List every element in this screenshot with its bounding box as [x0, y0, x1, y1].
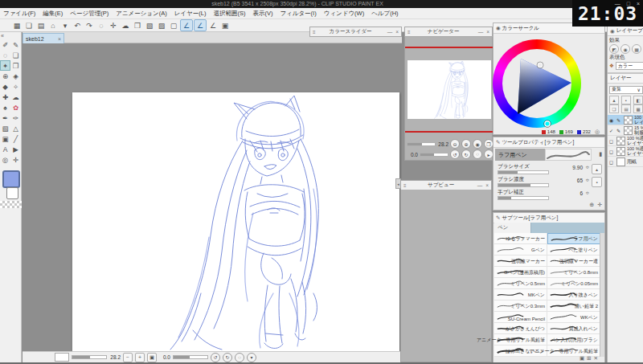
brush-size-dynamics-button[interactable]: ▴ — [592, 164, 602, 174]
new-subtool-icon[interactable]: ▣ — [580, 355, 584, 362]
minimize-panel-icon[interactable]: — — [478, 29, 484, 35]
checkmark-icon[interactable]: ✓ — [609, 128, 615, 133]
layer-row[interactable]: ◉ ✎ 100 %乗算レイヤー 3 — [608, 115, 643, 125]
layer-thumbnail[interactable] — [616, 147, 625, 156]
subtool-item[interactable]: 強弱線マーカー — [494, 256, 547, 267]
close-panel-icon[interactable]: × — [486, 29, 489, 35]
visibility-checkbox-icon[interactable]: ◻ — [609, 159, 615, 165]
nav-rotate-reset-button[interactable]: ◌ — [473, 149, 482, 159]
detail-settings-icon[interactable]: ✛ — [597, 202, 602, 208]
menu-edit[interactable]: 編集(E) — [43, 10, 63, 18]
pencil-tool-icon[interactable]: ✎ — [10, 39, 21, 50]
group-tab-pen[interactable]: ペン — [494, 223, 531, 233]
subtool-item[interactable]: ミリペン0.05mm — [547, 278, 600, 289]
tool-property-tab[interactable]: ✎ ツールプロパティ[ラフ用ペン] — [494, 137, 604, 148]
rotate-slider[interactable] — [173, 355, 208, 359]
close-panel-icon[interactable]: × — [395, 29, 399, 35]
nav-rotate-ccw-button[interactable]: ↺ — [450, 149, 460, 159]
dropdown-icon[interactable]: ▾ — [59, 20, 71, 31]
duplicate-subtool-icon[interactable]: ⊞ — [587, 355, 591, 362]
new-file-icon[interactable]: ❏ — [23, 20, 35, 31]
subtool-item[interactable]: 濃い鉛筆 2 — [547, 301, 600, 312]
subtool-item[interactable]: MKペン — [494, 289, 547, 301]
stabilization-slider[interactable] — [498, 196, 549, 200]
close-button[interactable]: × — [637, 1, 640, 6]
menu-page[interactable]: ページ管理(P) — [70, 10, 109, 18]
brush-size-value[interactable]: 9.90 — [572, 165, 583, 170]
select-clear-icon[interactable]: ▢ — [168, 20, 179, 31]
brush-tool-icon[interactable]: ✚ — [0, 92, 10, 102]
minimize-panel-icon[interactable]: — — [387, 29, 393, 35]
zoom-slider[interactable] — [72, 355, 107, 359]
layer-cmd-icon[interactable]: ▪ — [621, 96, 631, 104]
rotate-ccw-button[interactable]: ↺ — [211, 353, 220, 362]
fit-screen-button[interactable]: ▣ — [147, 353, 157, 362]
zoom-in-button[interactable]: ＋ — [135, 353, 145, 362]
layer-panel-tab[interactable]: レイヤー ◫ ⬓ — [608, 74, 643, 84]
main-color-swatch[interactable] — [2, 170, 20, 188]
save-icon[interactable]: ⌂ — [47, 20, 59, 31]
open-file-icon[interactable]: ▤ — [35, 20, 47, 31]
grid-icon[interactable]: ▦ — [11, 20, 23, 31]
canvas-page[interactable] — [72, 92, 399, 351]
stepper-icon[interactable]: ≎ — [585, 190, 589, 195]
nav-rotate-slider[interactable] — [420, 153, 448, 157]
select-rect-icon[interactable]: ▧ — [144, 20, 155, 31]
subtool-item[interactable]: 強弱線マーカー連 — [547, 256, 600, 267]
document-tab[interactable]: skeb12 × — [23, 33, 64, 43]
panel-menu-icon[interactable]: ≡ — [408, 30, 411, 35]
layer-row[interactable]: ✓ ✎ 15 %制服 — [608, 125, 643, 136]
menu-filter[interactable]: フィルター(I) — [280, 10, 316, 18]
gradient-tool-icon[interactable]: ◈ — [10, 71, 21, 81]
stepper-icon[interactable]: ≎ — [585, 165, 589, 170]
visibility-checkbox-icon[interactable]: ◻ — [609, 149, 615, 154]
subtool-item[interactable]: ゆるラフマーカー — [494, 233, 547, 244]
subtool-item[interactable]: Gペン — [494, 244, 547, 256]
visibility-eye-icon[interactable]: ◉ — [609, 117, 615, 123]
menu-view[interactable]: 表示(V) — [252, 10, 272, 18]
menu-layer[interactable]: レイヤー(L) — [174, 10, 207, 18]
balloon-tool-icon[interactable]: ✧ — [10, 81, 21, 92]
layer-row[interactable]: ◻ 100 %通常レイヤー 1 — [608, 146, 643, 157]
collapse-palette-button[interactable]: « — [1, 33, 4, 39]
subtool-item[interactable]: 質感入れペン — [547, 323, 600, 334]
lasso-tool-icon[interactable]: ◌ — [0, 50, 10, 60]
new-layer-icon[interactable]: ❏ — [609, 104, 619, 113]
undo-icon[interactable]: ↶ — [72, 20, 83, 31]
snap-special-icon[interactable]: ∠ — [194, 19, 207, 31]
select-add-icon[interactable]: ▨ — [156, 20, 167, 31]
frame-border-tool-icon[interactable]: ▣ — [0, 133, 10, 144]
layer-thumbnail[interactable] — [624, 116, 633, 125]
maximize-button[interactable]: □ — [627, 1, 630, 6]
subtool-item[interactable]: WKペン — [547, 312, 600, 323]
nav-zoom-in-button[interactable]: ⊕ — [461, 139, 471, 149]
delete-subtool-icon[interactable]: ✕ — [594, 355, 598, 362]
subtool-item[interactable]: ミリペン0.3mm — [494, 301, 547, 312]
layer-thumbnail[interactable] — [624, 126, 633, 135]
subtool-item[interactable]: SU-Cream Pencil — [494, 312, 547, 323]
panel-menu-icon[interactable]: ≡ — [403, 183, 407, 188]
brush-size-slider[interactable] — [498, 170, 549, 174]
zoom-tool-icon[interactable]: ◎ — [0, 154, 10, 165]
panel-menu-icon[interactable]: ≡ — [313, 30, 316, 35]
transfer-layer-icon[interactable]: ▦ — [633, 104, 643, 113]
menu-selection[interactable]: 選択範囲(S) — [213, 10, 245, 18]
zoom-out-button[interactable]: − — [123, 353, 133, 362]
subtool-item[interactable]: 入り抜きペン — [547, 289, 600, 301]
layer-color-effect-icon[interactable]: ▦ — [632, 44, 641, 54]
nav-zoom-out-button[interactable]: ⊖ — [450, 139, 460, 149]
tone-effect-icon[interactable]: ◉ — [620, 44, 630, 54]
visibility-checkbox-icon[interactable]: ◻ — [609, 138, 615, 144]
menu-help[interactable]: ヘルプ(H) — [371, 10, 398, 18]
layer-cmd-icon[interactable]: ▲ — [609, 96, 619, 104]
menu-animation[interactable]: アニメーション(A) — [116, 10, 167, 18]
transparent-color-swatch[interactable] — [0, 201, 22, 208]
brush-density-slider[interactable] — [498, 183, 549, 187]
blend-tool-icon[interactable]: ♠ — [0, 102, 10, 112]
layer-property-tab[interactable]: ◉ レイヤープロパティ — [608, 27, 643, 36]
menu-window[interactable]: ウィンドウ(W) — [324, 10, 364, 18]
sub-color-swatch[interactable] — [6, 187, 18, 199]
new-folder-icon[interactable]: ▤ — [621, 104, 631, 113]
stepper-icon[interactable]: ≎ — [585, 178, 589, 182]
move-icon[interactable]: ✛ — [108, 20, 119, 31]
